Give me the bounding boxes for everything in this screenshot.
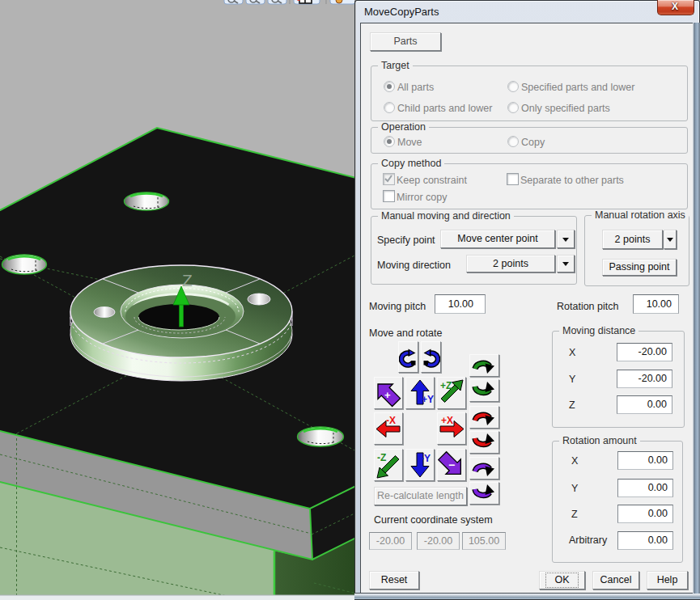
svg-text:+Y: +Y <box>422 394 434 405</box>
svg-text:+X: +X <box>441 415 453 426</box>
svg-text:+Z: +Z <box>440 380 452 391</box>
svg-text:-Y: -Y <box>421 453 431 464</box>
svg-text:−: − <box>448 458 455 471</box>
svg-text:-X: -X <box>386 415 396 426</box>
svg-text:+: + <box>384 389 391 401</box>
svg-text:-Z: -Z <box>377 452 386 463</box>
svg-text:Z: Z <box>182 271 193 289</box>
